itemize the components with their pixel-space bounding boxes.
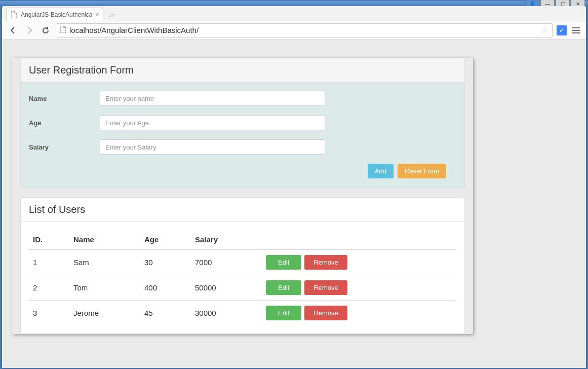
- name-input[interactable]: [100, 91, 325, 106]
- salary-input[interactable]: [100, 139, 325, 155]
- table-row: 1Sam307000EditRemove: [29, 249, 456, 275]
- cell-id: 3: [29, 301, 69, 326]
- remove-button[interactable]: Remove: [304, 306, 347, 320]
- url-bar[interactable]: localhost/AngularClientWithBasicAuth/ ☆: [56, 23, 553, 38]
- table-row: 3Jerome4530000EditRemove: [29, 301, 456, 326]
- users-table: ID. Name Age Salary 1Sam307000EditRemove…: [29, 230, 456, 325]
- tab-strip: AngularJS BasicAuthenica × ▱: [2, 6, 586, 21]
- cell-salary: 30000: [191, 301, 262, 326]
- name-label: Name: [29, 95, 100, 102]
- cell-name: Tom: [69, 275, 140, 301]
- form-area: Name Age Salary: [21, 83, 464, 189]
- cell-name: Sam: [69, 249, 140, 275]
- os-window-frame: 👤 — ▢ ✕ AngularJS BasicAuthenica × ▱: [0, 0, 588, 369]
- document-icon: [11, 11, 18, 18]
- header-actions: [262, 230, 456, 249]
- edit-button[interactable]: Edit: [266, 255, 301, 270]
- cell-actions: EditRemove: [262, 275, 456, 301]
- form-row-salary: Salary: [29, 139, 456, 155]
- header-salary: Salary: [191, 230, 262, 249]
- nav-bar: localhost/AngularClientWithBasicAuth/ ☆ …: [2, 21, 586, 40]
- cell-id: 1: [29, 249, 69, 275]
- cell-actions: EditRemove: [262, 301, 456, 326]
- cell-salary: 7000: [191, 249, 262, 275]
- document-icon: [60, 26, 66, 34]
- remove-button[interactable]: Remove: [304, 255, 347, 270]
- cell-age: 45: [140, 301, 191, 326]
- form-row-name: Name: [29, 91, 456, 106]
- age-input[interactable]: [100, 115, 325, 130]
- tab-title: AngularJS BasicAuthenica: [21, 11, 92, 18]
- age-label: Age: [29, 119, 100, 127]
- close-tab-icon[interactable]: ×: [95, 11, 99, 18]
- table-row: 2Tom40050000EditRemove: [29, 275, 456, 301]
- forward-button[interactable]: [23, 24, 35, 36]
- reset-form-button[interactable]: Reset Form: [398, 164, 446, 178]
- registration-title: User Registration Form: [21, 58, 464, 83]
- salary-label: Salary: [29, 143, 100, 151]
- users-table-wrap: ID. Name Age Salary 1Sam307000EditRemove…: [21, 222, 464, 334]
- header-id: ID.: [29, 230, 69, 249]
- titlebar: 👤 — ▢ ✕: [0, 1, 588, 6]
- registration-panel: User Registration Form Name Age: [20, 58, 465, 189]
- cell-age: 400: [140, 275, 191, 301]
- page-card: User Registration Form Name Age: [12, 58, 473, 334]
- hamburger-menu-icon[interactable]: [571, 27, 581, 33]
- viewport[interactable]: User Registration Form Name Age: [2, 40, 586, 368]
- cell-name: Jerome: [69, 301, 140, 326]
- new-tab-button[interactable]: ▱: [105, 10, 117, 21]
- browser-window: AngularJS BasicAuthenica × ▱ localhost/A…: [2, 6, 586, 368]
- add-button[interactable]: Add: [368, 164, 394, 178]
- list-title: List of Users: [21, 198, 464, 222]
- edit-button[interactable]: Edit: [266, 280, 301, 295]
- cell-actions: EditRemove: [262, 249, 456, 275]
- form-actions: Add Reset Form: [29, 164, 456, 178]
- extension-icon[interactable]: ✓: [557, 25, 567, 35]
- cell-id: 2: [29, 275, 69, 301]
- form-row-age: Age: [29, 115, 456, 130]
- browser-tab[interactable]: AngularJS BasicAuthenica ×: [6, 8, 103, 21]
- cell-salary: 50000: [191, 275, 262, 301]
- page-background: User Registration Form Name Age: [2, 40, 586, 368]
- reload-button[interactable]: [40, 24, 52, 36]
- remove-button[interactable]: Remove: [304, 280, 347, 295]
- header-name: Name: [69, 230, 140, 249]
- back-button[interactable]: [7, 24, 19, 36]
- edit-button[interactable]: Edit: [266, 306, 301, 320]
- header-age: Age: [140, 230, 191, 249]
- url-text: localhost/AngularClientWithBasicAuth/: [69, 26, 538, 34]
- bookmark-star-icon[interactable]: ☆: [541, 25, 548, 35]
- users-list-panel: List of Users ID. Name Age Salary: [20, 197, 465, 334]
- cell-age: 30: [140, 249, 191, 275]
